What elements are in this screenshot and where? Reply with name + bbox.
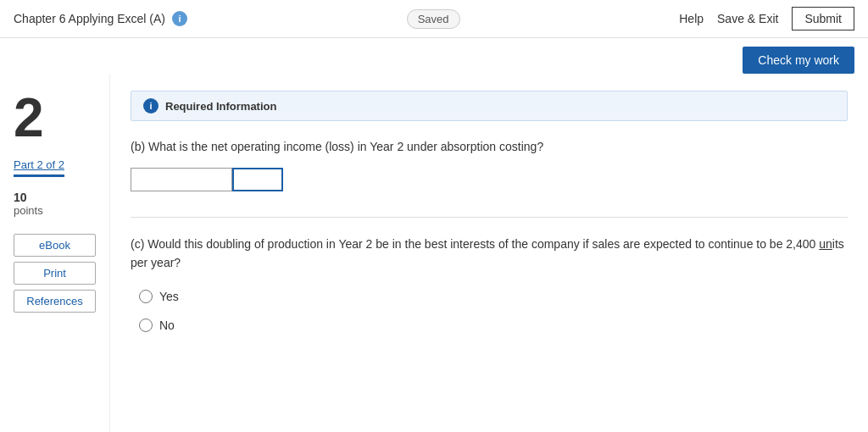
sidebar-buttons: eBook Print References (14, 234, 96, 313)
saved-status: Saved (407, 12, 460, 25)
saved-badge: Saved (407, 9, 460, 29)
help-link[interactable]: Help (679, 12, 704, 25)
required-icon: i (143, 98, 159, 114)
points-value: 10 (14, 191, 96, 204)
check-work-button[interactable]: Check my work (743, 47, 854, 74)
part-underline (14, 174, 64, 177)
yes-option[interactable]: Yes (139, 290, 848, 303)
top-navigation: Chapter 6 Applying Excel (A) i Saved Hel… (0, 0, 868, 38)
page-title: Chapter 6 Applying Excel (A) (14, 12, 165, 25)
sidebar: 2 Part 2 of 2 10 points eBook Print Refe… (0, 74, 110, 432)
ebook-button[interactable]: eBook (14, 234, 96, 257)
answer-input-right[interactable] (232, 168, 283, 191)
answer-input-left[interactable] (131, 168, 232, 191)
question-c-text: (c) Would this doubling of production in… (131, 235, 848, 273)
no-label: No (159, 318, 175, 332)
info-icon[interactable]: i (172, 11, 187, 26)
question-c-underline: un (819, 237, 832, 251)
nav-left: Chapter 6 Applying Excel (A) i (14, 11, 187, 26)
question-c-text-part1: (c) Would this doubling of production in… (131, 237, 819, 251)
yes-radio[interactable] (139, 290, 153, 303)
main-container: 2 Part 2 of 2 10 points eBook Print Refe… (0, 74, 868, 432)
part-label[interactable]: Part 2 of 2 (14, 158, 96, 171)
references-button[interactable]: References (14, 290, 96, 313)
save-exit-link[interactable]: Save & Exit (717, 12, 778, 25)
submit-button[interactable]: Submit (792, 7, 854, 30)
answer-input-area (131, 168, 848, 191)
nav-right: Help Save & Exit Submit (679, 7, 854, 30)
points-label: points (14, 204, 96, 217)
question-b-text: (b) What is the net operating income (lo… (131, 138, 848, 156)
question-number: 2 (14, 91, 96, 145)
print-button[interactable]: Print (14, 262, 96, 285)
required-info-banner: i Required Information (131, 91, 848, 121)
yes-label: Yes (159, 290, 179, 303)
content-area: i Required Information (b) What is the n… (110, 74, 868, 432)
section-divider (131, 217, 848, 218)
no-radio[interactable] (139, 318, 153, 332)
no-option[interactable]: No (139, 318, 848, 332)
check-work-area: Check my work (0, 38, 868, 74)
required-text: Required Information (165, 100, 276, 113)
radio-group: Yes No (131, 290, 848, 332)
